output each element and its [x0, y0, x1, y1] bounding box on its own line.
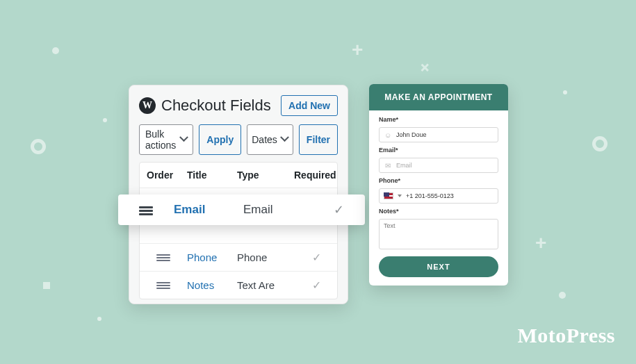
phone-value: +1 201-555-0123: [406, 192, 454, 199]
decor-dot: [559, 292, 566, 299]
row-title-link[interactable]: Phone: [180, 251, 230, 263]
row-title-link[interactable]: Notes: [180, 279, 230, 291]
bulk-actions-label: Bulk actions: [145, 129, 177, 151]
decor-ring: [31, 139, 46, 154]
decor-plus: +: [535, 233, 546, 253]
col-order: Order: [140, 169, 180, 181]
name-field[interactable]: ☺ John Doue: [379, 127, 498, 142]
appointment-form: MAKE AN APPOINTMENT Name* ☺ John Doue Em…: [369, 84, 508, 286]
filter-button[interactable]: Filter: [299, 124, 338, 155]
decor-dot: [103, 118, 107, 122]
chevron-down-icon: [181, 136, 187, 143]
notes-field[interactable]: Text: [379, 219, 498, 249]
drag-handle[interactable]: [140, 281, 180, 290]
dates-select[interactable]: Dates: [247, 124, 293, 155]
required-check-icon: ✓: [287, 279, 339, 292]
drag-icon: [156, 281, 170, 290]
email-placeholder: Email: [396, 162, 412, 169]
decor-ring: [592, 136, 608, 151]
chevron-down-icon[interactable]: [398, 195, 402, 197]
table-row-highlight[interactable]: Email Email ✓: [118, 195, 365, 225]
col-type: Type: [230, 169, 287, 181]
decor-dot: [97, 317, 101, 321]
decor-dot: [52, 47, 59, 54]
label-notes: Notes*: [379, 208, 498, 215]
wordpress-logo-icon: W: [139, 97, 156, 114]
decor-dot: [563, 90, 567, 94]
row-type: Phone: [230, 251, 287, 263]
admin-header: W Checkout Fields Add New: [139, 95, 338, 116]
drag-icon: [156, 253, 170, 263]
required-check-icon: ✓: [306, 202, 365, 217]
decor-square: [43, 282, 50, 289]
apply-button[interactable]: Apply: [199, 124, 241, 155]
notes-value: Text: [384, 222, 396, 229]
decor-x: +: [415, 57, 435, 77]
row-type: Email: [236, 203, 306, 217]
col-title: Title: [180, 169, 230, 181]
required-check-icon: ✓: [287, 251, 339, 264]
label-email: Email*: [379, 147, 498, 154]
label-name: Name*: [379, 116, 498, 123]
add-new-button[interactable]: Add New: [281, 95, 338, 116]
drag-icon: [139, 205, 153, 215]
drag-handle[interactable]: [140, 253, 180, 263]
table-row[interactable]: Phone Phone ✓: [140, 243, 337, 271]
chevron-down-icon: [282, 136, 288, 143]
table-row[interactable]: Notes Text Are ✓: [140, 271, 337, 299]
row-title-link[interactable]: Email: [167, 203, 236, 217]
mail-icon: ✉: [384, 162, 392, 169]
fields-table: Order Title Type Required Name Text ✓ Em…: [139, 162, 338, 299]
dates-label: Dates: [252, 134, 277, 145]
bulk-actions-select[interactable]: Bulk actions: [139, 124, 193, 155]
decor-plus: +: [352, 40, 363, 60]
next-button[interactable]: NEXT: [379, 256, 498, 277]
page-title: Checkout Fields: [161, 97, 275, 115]
brand-logo: MotoPress: [517, 324, 615, 347]
user-icon: ☺: [384, 131, 392, 139]
name-value: John Doue: [396, 131, 427, 138]
toolbar: Bulk actions Apply Dates Filter: [139, 124, 338, 155]
label-phone: Phone*: [379, 177, 498, 184]
drag-handle[interactable]: [118, 205, 167, 215]
email-field[interactable]: ✉ Email: [379, 158, 498, 173]
col-required: Required: [287, 169, 339, 181]
table-header-row: Order Title Type Required: [140, 163, 337, 188]
phone-field[interactable]: +1 201-555-0123: [379, 188, 498, 204]
us-flag-icon: [384, 192, 393, 199]
row-type: Text Are: [230, 279, 287, 291]
form-header: MAKE AN APPOINTMENT: [369, 84, 508, 110]
